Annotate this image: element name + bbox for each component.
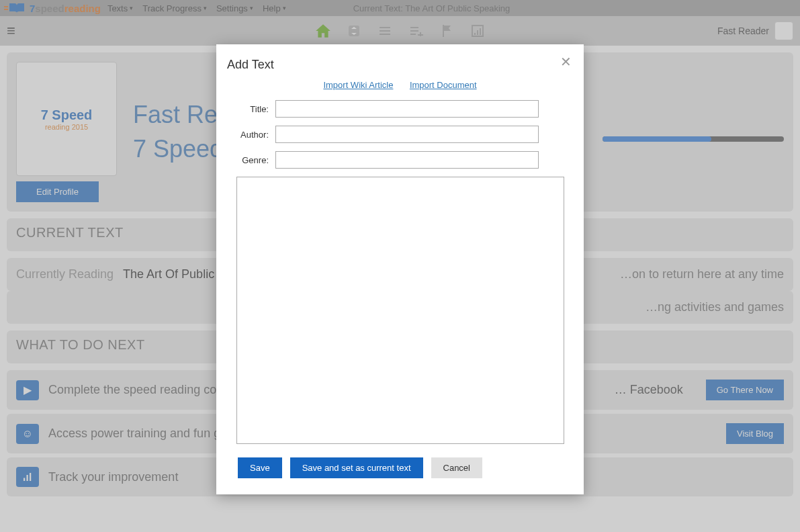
genre-input[interactable] — [275, 151, 539, 169]
import-wiki-link[interactable]: Import Wiki Article — [323, 80, 393, 90]
title-label: Title: — [227, 104, 269, 114]
author-label: Author: — [227, 130, 269, 140]
author-input[interactable] — [275, 126, 539, 143]
import-document-link[interactable]: Import Document — [410, 80, 477, 90]
modal-actions: Save Save and set as current text Cancel — [238, 457, 573, 478]
save-set-current-button[interactable]: Save and set as current text — [290, 457, 423, 478]
text-body-input[interactable] — [236, 177, 564, 444]
modal-title: Add Text — [227, 58, 573, 72]
cancel-button[interactable]: Cancel — [431, 457, 482, 478]
title-input[interactable] — [275, 100, 539, 118]
save-button[interactable]: Save — [238, 457, 282, 478]
genre-label: Genre: — [227, 155, 269, 165]
add-text-modal: ✕ Add Text Import Wiki Article Import Do… — [216, 44, 584, 494]
close-icon[interactable]: ✕ — [560, 54, 572, 70]
import-links: Import Wiki Article Import Document — [227, 79, 573, 91]
